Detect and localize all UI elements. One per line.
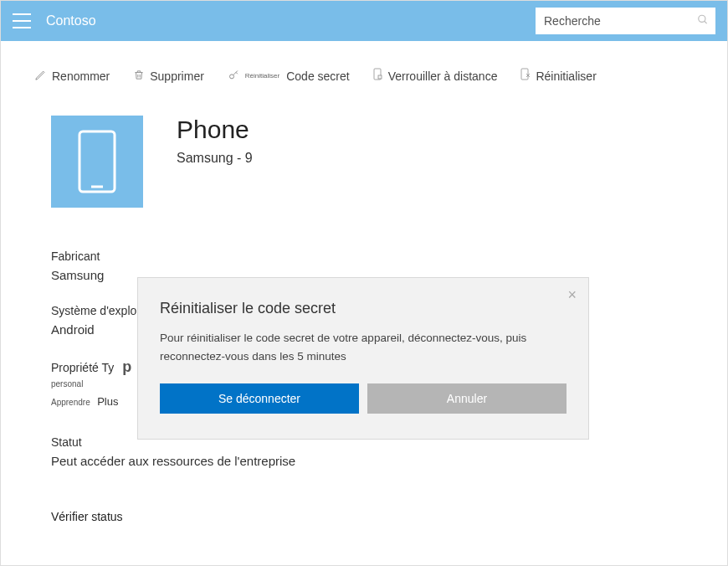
trash-icon bbox=[133, 69, 145, 84]
reset-label: Réinitialiser bbox=[536, 69, 596, 83]
ownership-label: Propriété Ty bbox=[51, 361, 114, 374]
device-summary: Phone Samsung - 9 bbox=[51, 116, 677, 208]
search-wrap bbox=[536, 8, 715, 34]
svg-rect-4 bbox=[378, 75, 382, 79]
svg-rect-6 bbox=[79, 131, 115, 192]
passcode-label: Code secret bbox=[286, 69, 349, 83]
phone-lock-icon bbox=[373, 68, 383, 84]
sign-out-button[interactable]: Se déconnecter bbox=[160, 383, 359, 414]
reset-passcode-modal: × Réinitialiser le code secret Pour réin… bbox=[137, 277, 589, 440]
reset-device-icon bbox=[520, 68, 531, 84]
device-name: Phone bbox=[177, 116, 253, 144]
key-icon bbox=[228, 69, 240, 84]
hamburger-menu-icon[interactable] bbox=[13, 13, 31, 28]
remote-lock-label: Verrouiller à distance bbox=[388, 69, 498, 83]
device-tile bbox=[51, 116, 143, 208]
status-value: Peut accéder aux ressources de l'entrepr… bbox=[51, 454, 677, 468]
phone-icon bbox=[76, 128, 118, 195]
ownership-p: p bbox=[122, 358, 131, 376]
action-toolbar: Renommer Supprimer Réinitialiser Code se… bbox=[1, 41, 727, 99]
learn-label: Apprendre bbox=[51, 398, 90, 407]
pencil-icon bbox=[34, 69, 47, 84]
search-input[interactable] bbox=[536, 8, 715, 34]
remote-lock-button[interactable]: Verrouiller à distance bbox=[373, 68, 498, 84]
plus-link[interactable]: Plus bbox=[97, 395, 118, 408]
cancel-button[interactable]: Annuler bbox=[367, 383, 567, 414]
delete-label: Supprimer bbox=[150, 69, 204, 83]
device-info: Phone Samsung - 9 bbox=[177, 116, 253, 166]
reset-button[interactable]: Réinitialiser bbox=[520, 68, 596, 84]
reset-tiny-label: Réinitialiser bbox=[245, 72, 279, 80]
modal-title: Réinitialiser le code secret bbox=[160, 300, 567, 317]
rename-button[interactable]: Renommer bbox=[34, 69, 110, 84]
svg-line-1 bbox=[705, 21, 707, 23]
status-block: Statut Peut accéder aux ressources de l'… bbox=[51, 435, 677, 468]
brand-title: Contoso bbox=[46, 13, 96, 28]
device-subtitle: Samsung - 9 bbox=[177, 151, 253, 166]
svg-point-2 bbox=[229, 74, 233, 78]
reset-passcode-button[interactable]: Réinitialiser Code secret bbox=[228, 69, 350, 84]
modal-buttons: Se déconnecter Annuler bbox=[160, 383, 567, 414]
rename-label: Renommer bbox=[52, 69, 110, 83]
delete-button[interactable]: Supprimer bbox=[133, 69, 204, 84]
search-icon[interactable] bbox=[697, 14, 709, 28]
manufacturer-label: Fabricant bbox=[51, 250, 677, 263]
close-icon[interactable]: × bbox=[567, 286, 577, 304]
verify-status-link[interactable]: Vérifier status bbox=[51, 510, 677, 523]
app-header: Contoso bbox=[1, 1, 727, 41]
svg-point-0 bbox=[699, 15, 705, 22]
modal-message: Pour réinitialiser le code secret de vot… bbox=[160, 329, 567, 365]
